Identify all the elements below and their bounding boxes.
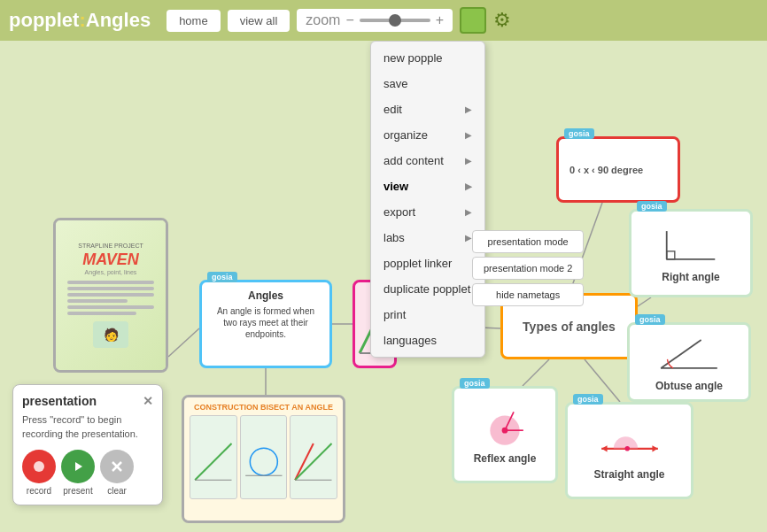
zoom-plus-icon[interactable]: + — [436, 12, 444, 28]
svg-line-7 — [523, 359, 549, 386]
view-arrow-icon: ▶ — [465, 181, 472, 191]
svg-point-11 — [250, 448, 277, 475]
construction-img-1 — [190, 415, 237, 499]
construction-card-label: gosia — [190, 395, 220, 397]
svg-line-9 — [195, 443, 231, 480]
clear-label: clear — [107, 486, 127, 496]
menu-item-organize[interactable]: organize ▶ — [371, 122, 484, 148]
reflex-angle-svg — [469, 405, 540, 449]
title-colon: : — [79, 9, 85, 31]
menu-item-export[interactable]: export ▶ — [371, 199, 484, 225]
obtuse-angle-name: Obtuse angle — [655, 380, 723, 392]
dropdown-menu: new popple save edit ▶ organize ▶ add co… — [370, 41, 485, 358]
angles-def-title: Angles — [209, 289, 322, 302]
menu-item-edit[interactable]: edit ▶ — [371, 96, 484, 122]
construction-img-3 — [290, 415, 337, 499]
menu-item-save[interactable]: save — [371, 71, 484, 96]
presentation-panel: presentation ✕ Press "record" to begin r… — [12, 384, 163, 505]
record-label: record — [27, 486, 51, 496]
view-all-button[interactable]: view all — [228, 10, 291, 32]
maven-card: gosia STRAPLINE PROJECT MAVEN Angles, po… — [53, 218, 168, 373]
straight-card-label: gosia — [573, 394, 603, 405]
types-card-title: Types of angles — [523, 320, 616, 334]
reflex-angle-card: gosia Reflex angle — [452, 386, 558, 483]
obtuse-card-inner: Obtuse angle — [630, 325, 748, 399]
menu-item-view[interactable]: view ▶ — [371, 173, 484, 199]
menu-item-popplet-linker[interactable]: popplet linker — [371, 251, 484, 276]
angles-def-label: gosia — [207, 272, 237, 282]
svg-point-31 — [34, 461, 44, 472]
organize-arrow-icon: ▶ — [465, 130, 472, 140]
right-angle-svg — [655, 223, 726, 267]
export-arrow-icon: ▶ — [465, 207, 472, 217]
menu-item-new-popple[interactable]: new popple — [371, 45, 484, 71]
add-content-arrow-icon: ▶ — [465, 156, 472, 166]
menu-item-labs[interactable]: labs ▶ — [371, 225, 484, 251]
present-circle — [61, 450, 95, 483]
maven-strapline: STRAPLINE PROJECT — [78, 243, 143, 249]
right-angle-card: gosia Right angle — [629, 209, 753, 297]
reflex-angle-name: Reflex angle — [474, 452, 537, 465]
menu-item-duplicate-popplet[interactable]: duplicate popplet — [371, 276, 484, 302]
menu-item-add-content[interactable]: add content ▶ — [371, 148, 484, 173]
record-circle — [22, 450, 56, 483]
angles-def-content: Angles An angle is formed when two rays … — [202, 282, 329, 347]
svg-point-28 — [624, 446, 629, 451]
app-title: popplet:Angles — [9, 9, 151, 32]
zoom-slider[interactable] — [360, 19, 430, 22]
clear-circle — [100, 450, 134, 483]
svg-marker-29 — [601, 445, 607, 451]
construction-inner: CONSTRUCTION BISECT AN ANGLE — [184, 397, 343, 520]
straight-card-inner: Straight angle — [568, 405, 691, 497]
color-picker[interactable] — [460, 7, 486, 34]
menu-item-print[interactable]: print — [371, 302, 484, 328]
panel-close-button[interactable]: ✕ — [143, 394, 153, 408]
zoom-control: zoom − + — [297, 9, 453, 32]
obtuse-angle-card: gosia Obtuse angle — [627, 322, 751, 402]
zoom-label: zoom — [306, 12, 340, 28]
hide-nametags-button[interactable]: hide nametags — [472, 283, 584, 306]
construction-img-2 — [240, 415, 288, 499]
right-angle-name: Right angle — [662, 271, 719, 283]
obtuse-card-label: gosia — [635, 314, 665, 325]
present-button[interactable]: present — [61, 450, 95, 496]
maven-figure: 🧑 — [93, 321, 128, 348]
presentation-modes-submenu: presentation mode presentation mode 2 hi… — [472, 230, 584, 306]
straight-angle-svg — [594, 420, 665, 465]
acute-angle-card: gosia 0 ‹ x ‹ 90 degree — [556, 136, 680, 203]
acute-formula: 0 ‹ x ‹ 90 degree — [569, 165, 643, 175]
svg-line-0 — [168, 328, 199, 357]
right-card-label: gosia — [637, 201, 667, 212]
maven-sub-title: Angles, point, lines — [85, 269, 137, 275]
present-label: present — [63, 486, 92, 496]
panel-description: Press "record" to begin recording the pr… — [22, 413, 153, 441]
edit-arrow-icon: ▶ — [465, 104, 472, 114]
home-button[interactable]: home — [167, 10, 221, 32]
construction-title: CONSTRUCTION BISECT AN ANGLE — [190, 403, 337, 412]
obtuse-angle-svg — [654, 332, 724, 376]
svg-line-5 — [638, 297, 651, 306]
gear-button[interactable]: ⚙ — [493, 9, 511, 32]
zoom-minus-icon[interactable]: − — [345, 12, 353, 28]
title-angles: Angles — [86, 9, 151, 31]
clear-button[interactable]: clear — [100, 450, 134, 496]
maven-big-title: MAVEN — [82, 251, 139, 269]
app-header: popplet:Angles home view all zoom − + ⚙ — [0, 0, 767, 41]
svg-marker-32 — [75, 462, 82, 471]
right-card-inner: Right angle — [631, 212, 750, 295]
record-button[interactable]: record — [22, 450, 56, 496]
svg-line-22 — [661, 340, 701, 368]
labs-arrow-icon: ▶ — [465, 233, 472, 243]
reflex-card-label: gosia — [460, 378, 490, 389]
presentation-mode-1-button[interactable]: presentation mode — [472, 230, 584, 253]
reflex-card-inner: Reflex angle — [454, 389, 555, 481]
acute-card-inner: 0 ‹ x ‹ 90 degree — [559, 139, 678, 200]
presentation-mode-2-button[interactable]: presentation mode 2 — [472, 257, 584, 280]
maven-card-label: gosia — [61, 218, 91, 220]
svg-marker-30 — [652, 445, 657, 451]
construction-card: gosia CONSTRUCTION BISECT AN ANGLE — [182, 395, 345, 523]
menu-item-languages[interactable]: languages — [371, 328, 484, 353]
svg-line-13 — [296, 443, 314, 480]
acute-card-label: gosia — [564, 128, 594, 139]
panel-buttons: record present clear — [22, 450, 153, 496]
